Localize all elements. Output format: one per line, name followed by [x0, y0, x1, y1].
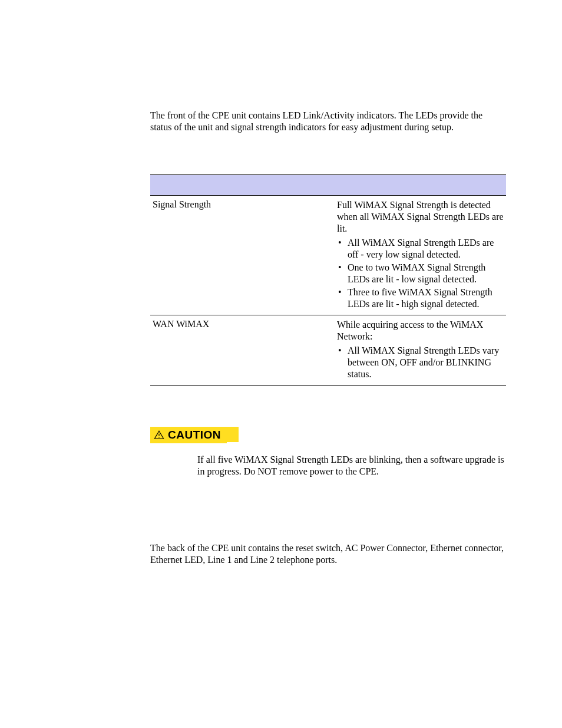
bullet-item: One to two WiMAX Signal Strength LEDs ar… — [337, 262, 504, 285]
row-label: Signal Strength — [150, 196, 335, 315]
row-description: While acquiring access to the WiMAX Netw… — [335, 315, 506, 386]
caution-body-text: If all five WiMAX Signal Strength LEDs a… — [197, 454, 506, 477]
caution-badge: CAUTION — [150, 427, 227, 443]
led-status-table: Signal Strength Full WiMAX Signal Streng… — [150, 174, 506, 386]
warning-triangle-icon — [154, 430, 164, 440]
caution-callout: CAUTION If all five WiMAX Signal Strengt… — [150, 427, 506, 477]
row-bullets: All WiMAX Signal Strength LEDs vary betw… — [337, 345, 504, 380]
bullet-item: All WiMAX Signal Strength LEDs vary betw… — [337, 345, 504, 380]
row-label: WAN WiMAX — [150, 315, 335, 386]
table-row: Signal Strength Full WiMAX Signal Streng… — [150, 196, 506, 315]
table-header-row — [150, 175, 506, 196]
front-intro-paragraph: The front of the CPE unit contains LED L… — [150, 110, 506, 133]
caution-label: CAUTION — [168, 429, 221, 442]
row-description: Full WiMAX Signal Strength is detected w… — [335, 196, 506, 315]
table-row: WAN WiMAX While acquiring access to the … — [150, 315, 506, 386]
table-header-cell-right — [335, 175, 506, 196]
document-page: The front of the CPE unit contains LED L… — [0, 0, 562, 728]
back-intro-paragraph: The back of the CPE unit contains the re… — [150, 542, 506, 566]
table-header-cell-left — [150, 175, 335, 196]
row-bullets: All WiMAX Signal Strength LEDs are off -… — [337, 237, 504, 310]
row-lead-text: While acquiring access to the WiMAX Netw… — [337, 319, 504, 342]
row-lead-text: Full WiMAX Signal Strength is detected w… — [337, 199, 504, 235]
bullet-item: All WiMAX Signal Strength LEDs are off -… — [337, 237, 504, 261]
svg-point-1 — [158, 437, 160, 438]
caution-badge-tail — [227, 427, 239, 442]
bullet-item: Three to five WiMAX Signal Strength LEDs… — [337, 286, 504, 310]
